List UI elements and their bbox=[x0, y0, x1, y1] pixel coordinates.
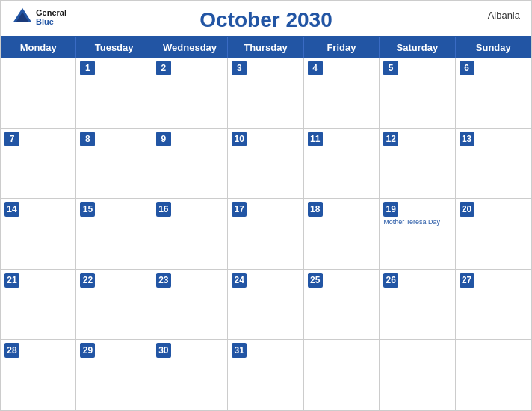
day-cell: 27 bbox=[456, 270, 531, 340]
day-cell: 10 bbox=[228, 129, 303, 199]
day-number: 29 bbox=[80, 343, 95, 358]
day-number: 1 bbox=[80, 61, 95, 75]
day-cell: 6 bbox=[456, 58, 531, 128]
day-cell: 22 bbox=[76, 270, 152, 340]
day-cell: 8 bbox=[76, 129, 152, 199]
day-cell bbox=[456, 340, 531, 410]
day-cell: 7 bbox=[1, 129, 76, 199]
country-label: Albania bbox=[488, 10, 520, 21]
day-cell: 23 bbox=[152, 270, 228, 340]
logo-general: General bbox=[36, 8, 66, 17]
day-number: 13 bbox=[460, 132, 474, 146]
day-header-thursday: Thursday bbox=[228, 37, 303, 58]
logo-icon bbox=[12, 7, 33, 28]
week-row-2: 78910111213 bbox=[1, 129, 531, 200]
day-number: 23 bbox=[156, 273, 171, 288]
day-number: 6 bbox=[460, 61, 474, 75]
day-number: 16 bbox=[156, 202, 171, 217]
day-cell: 25 bbox=[304, 270, 380, 340]
calendar-container: General Blue October 2030 Albania Monday… bbox=[0, 0, 532, 411]
day-cell bbox=[304, 340, 380, 410]
day-number: 28 bbox=[4, 343, 19, 358]
day-number: 11 bbox=[308, 132, 323, 146]
week-row-4: 21222324252627 bbox=[1, 270, 531, 341]
day-number: 5 bbox=[383, 61, 398, 75]
day-cell: 17 bbox=[228, 199, 303, 269]
day-number: 4 bbox=[308, 61, 323, 75]
day-number: 9 bbox=[156, 132, 171, 146]
day-number: 7 bbox=[4, 132, 19, 146]
day-cell: 26 bbox=[380, 270, 455, 340]
day-cell: 2 bbox=[152, 58, 228, 128]
calendar-grid: MondayTuesdayWednesdayThursdayFridaySatu… bbox=[1, 36, 531, 410]
day-cell: 5 bbox=[380, 58, 455, 128]
day-header-friday: Friday bbox=[304, 37, 380, 58]
day-cell bbox=[380, 340, 455, 410]
day-cell: 24 bbox=[228, 270, 303, 340]
day-cell: 18 bbox=[304, 199, 380, 269]
day-cell: 19Mother Teresa Day bbox=[380, 199, 455, 269]
day-cell: 11 bbox=[304, 129, 380, 199]
day-cell: 1 bbox=[76, 58, 152, 128]
day-cell bbox=[1, 58, 76, 128]
day-cell: 30 bbox=[152, 340, 228, 410]
day-number: 14 bbox=[4, 202, 19, 217]
day-cell: 14 bbox=[1, 199, 76, 269]
holiday-label: Mother Teresa Day bbox=[383, 218, 451, 226]
day-number: 12 bbox=[383, 132, 398, 146]
week-row-3: 141516171819Mother Teresa Day20 bbox=[1, 199, 531, 270]
day-cell: 9 bbox=[152, 129, 228, 199]
day-header-monday: Monday bbox=[1, 37, 76, 58]
day-header-wednesday: Wednesday bbox=[152, 37, 228, 58]
day-number: 8 bbox=[80, 132, 95, 146]
day-number: 3 bbox=[232, 61, 247, 75]
day-number: 21 bbox=[4, 273, 19, 288]
week-row-1: 123456 bbox=[1, 58, 531, 129]
day-number: 31 bbox=[232, 343, 247, 358]
day-number: 2 bbox=[156, 61, 171, 75]
day-header-saturday: Saturday bbox=[380, 37, 455, 58]
day-number: 19 bbox=[383, 202, 398, 217]
day-cell: 20 bbox=[456, 199, 531, 269]
day-number: 25 bbox=[308, 273, 323, 288]
day-cell: 16 bbox=[152, 199, 228, 269]
logo-text: General Blue bbox=[36, 8, 66, 26]
day-number: 17 bbox=[232, 202, 247, 217]
day-number: 20 bbox=[460, 202, 474, 217]
calendar-title: October 2030 bbox=[200, 8, 332, 32]
day-header-tuesday: Tuesday bbox=[76, 37, 152, 58]
logo-area: General Blue bbox=[12, 7, 66, 28]
day-cell: 13 bbox=[456, 129, 531, 199]
calendar-header: General Blue October 2030 Albania bbox=[1, 1, 531, 36]
day-cell: 31 bbox=[228, 340, 303, 410]
day-cell: 21 bbox=[1, 270, 76, 340]
day-number: 10 bbox=[232, 132, 247, 146]
day-cell: 15 bbox=[76, 199, 152, 269]
day-number: 15 bbox=[80, 202, 95, 217]
day-number: 30 bbox=[156, 343, 171, 358]
day-cell: 12 bbox=[380, 129, 455, 199]
week-row-5: 28293031 bbox=[1, 340, 531, 410]
day-headers-row: MondayTuesdayWednesdayThursdayFridaySatu… bbox=[1, 37, 531, 58]
day-cell: 28 bbox=[1, 340, 76, 410]
day-header-sunday: Sunday bbox=[456, 37, 531, 58]
day-number: 26 bbox=[383, 273, 398, 288]
weeks-container: 12345678910111213141516171819Mother Tere… bbox=[1, 58, 531, 410]
day-cell: 29 bbox=[76, 340, 152, 410]
day-number: 24 bbox=[232, 273, 247, 288]
day-number: 22 bbox=[80, 273, 95, 288]
day-cell: 4 bbox=[304, 58, 380, 128]
logo-blue: Blue bbox=[36, 17, 66, 26]
day-cell: 3 bbox=[228, 58, 303, 128]
day-number: 27 bbox=[460, 273, 474, 288]
day-number: 18 bbox=[308, 202, 323, 217]
